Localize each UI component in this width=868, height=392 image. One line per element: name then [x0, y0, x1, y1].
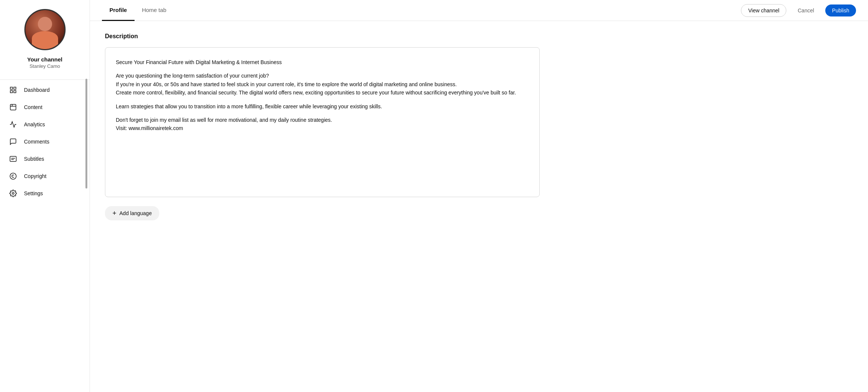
svg-rect-4	[10, 105, 16, 110]
description-line: Are you questioning the long-term satisf…	[116, 72, 529, 80]
sidebar-item-dashboard[interactable]: Dashboard	[0, 81, 90, 99]
sidebar-item-analytics[interactable]: Analytics	[0, 116, 90, 133]
add-language-label: Add language	[120, 210, 152, 216]
tab-profile[interactable]: Profile	[102, 0, 135, 21]
description-line: Learn strategies that allow you to trans…	[116, 102, 529, 111]
content-area: Description Secure Your Financial Future…	[90, 21, 868, 392]
description-line: If you're in your 40s, or 50s and have s…	[116, 80, 529, 88]
sidebar-item-label-copyright: Copyright	[24, 173, 46, 179]
view-channel-button[interactable]: View channel	[741, 4, 786, 17]
sidebar-item-copyright[interactable]: Copyright	[0, 168, 90, 185]
tab-home-tab[interactable]: Home tab	[135, 0, 174, 21]
description-line: Don't forget to join my email list as we…	[116, 116, 529, 124]
svg-point-11	[12, 193, 14, 195]
svg-rect-3	[14, 91, 16, 93]
description-line: Visit: www.millionairetek.com	[116, 124, 529, 132]
sidebar-item-label-comments: Comments	[24, 139, 49, 145]
sidebar-item-label-settings: Settings	[24, 190, 43, 196]
description-section-title: Description	[105, 33, 853, 40]
topbar-actions: View channel Cancel Publish	[741, 4, 856, 17]
description-line: Create more control, flexibility, and fi…	[116, 88, 529, 97]
copyright-icon	[9, 172, 17, 180]
sidebar-item-label-dashboard: Dashboard	[24, 87, 50, 93]
subtitles-icon	[9, 155, 17, 163]
sidebar-item-label-content: Content	[24, 104, 42, 110]
svg-rect-2	[10, 91, 13, 93]
svg-rect-1	[14, 87, 16, 90]
avatar	[24, 9, 66, 50]
description-line: Secure Your Financial Future with Digita…	[116, 58, 529, 66]
channel-name-label: Your channel	[27, 56, 63, 63]
content-icon	[9, 103, 17, 111]
plus-icon: +	[112, 210, 117, 217]
sidebar-scrollbar[interactable]	[85, 78, 87, 353]
sidebar-item-settings[interactable]: Settings	[0, 185, 90, 202]
description-blank-line	[116, 66, 529, 72]
settings-icon	[9, 189, 17, 197]
dashboard-icon	[9, 86, 17, 94]
main-content: ProfileHome tab View channel Cancel Publ…	[90, 0, 868, 392]
channel-handle: Stanley Camo	[30, 63, 60, 69]
add-language-button[interactable]: + Add language	[105, 206, 159, 220]
publish-button[interactable]: Publish	[825, 4, 856, 16]
description-blank-line	[116, 97, 529, 102]
topbar: ProfileHome tab View channel Cancel Publ…	[90, 0, 868, 21]
sidebar-item-subtitles[interactable]: Subtitles	[0, 150, 90, 168]
cancel-button[interactable]: Cancel	[791, 4, 821, 16]
sidebar-item-label-analytics: Analytics	[24, 121, 45, 127]
description-text: Secure Your Financial Future with Digita…	[116, 58, 529, 133]
analytics-icon	[9, 120, 17, 129]
svg-rect-0	[10, 87, 13, 90]
sidebar-divider-top	[0, 79, 90, 80]
description-box[interactable]: Secure Your Financial Future with Digita…	[105, 47, 540, 197]
svg-point-10	[10, 173, 16, 180]
svg-rect-7	[10, 156, 16, 161]
sidebar-item-content[interactable]: Content	[0, 99, 90, 116]
sidebar-item-comments[interactable]: Comments	[0, 133, 90, 150]
sidebar-item-label-subtitles: Subtitles	[24, 156, 44, 162]
comments-icon	[9, 138, 17, 146]
sidebar: Your channel Stanley Camo Dashboard Cont…	[0, 0, 90, 392]
description-blank-line	[116, 111, 529, 116]
